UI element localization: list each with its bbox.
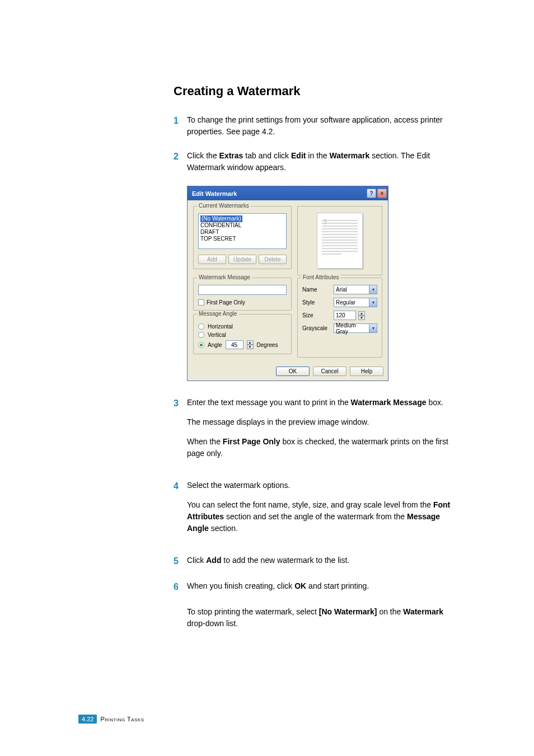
list-item[interactable]: CONFIDENTIAL bbox=[200, 222, 284, 229]
text: When you finish creating, click bbox=[187, 581, 294, 590]
update-button[interactable]: Update bbox=[228, 255, 256, 264]
ok-label: OK bbox=[294, 581, 306, 590]
dialog-screenshot: Edit Watermark ? × Current Watermarks (N… bbox=[187, 186, 456, 381]
font-style-dropdown[interactable]: Regular ▾ bbox=[334, 298, 377, 307]
page-heading: Creating a Watermark bbox=[174, 84, 456, 98]
closing-paragraph: To stop printing the watermark, select [… bbox=[187, 606, 456, 630]
text: in the bbox=[306, 151, 329, 160]
text: box. bbox=[427, 398, 443, 407]
size-spin-up-icon[interactable]: ▲ bbox=[358, 311, 365, 316]
group-label: Current Watermarks bbox=[197, 203, 251, 209]
spinner-value: 120 bbox=[336, 312, 345, 318]
text: tab and click bbox=[243, 151, 291, 160]
group-label: Watermark Message bbox=[197, 274, 252, 280]
step-1: 1 To change the print settings from your… bbox=[174, 114, 456, 138]
step-number: 1 bbox=[174, 114, 181, 138]
page-footer: 4.22 Printing Tasks bbox=[78, 715, 144, 724]
text: You can select the font name, style, siz… bbox=[187, 500, 433, 509]
text: Click bbox=[187, 556, 206, 565]
step-body: Click Add to add the new watermark to th… bbox=[187, 555, 456, 568]
step-body: Select the watermark options. You can se… bbox=[187, 480, 456, 542]
dropdown-value: Medium Gray bbox=[336, 322, 369, 335]
list-item[interactable]: (No Watermark) bbox=[200, 215, 242, 222]
size-spin-down-icon[interactable]: ▼ bbox=[358, 316, 365, 320]
step-2: 2 Click the Extras tab and click Edit in… bbox=[174, 150, 456, 173]
angle-spin-up-icon[interactable]: ▲ bbox=[247, 340, 254, 345]
first-page-only-checkbox[interactable] bbox=[198, 299, 204, 306]
list-item[interactable]: TOP SECRET bbox=[200, 236, 284, 242]
font-size-label: Size bbox=[302, 312, 331, 318]
step-body: Click the Extras tab and click Edit in t… bbox=[187, 150, 456, 173]
current-watermarks-group: Current Watermarks (No Watermark) CONFID… bbox=[193, 206, 292, 269]
radio-label: Angle bbox=[208, 342, 222, 348]
text: . bbox=[273, 127, 275, 136]
text: on the bbox=[377, 607, 404, 616]
grayscale-dropdown[interactable]: Medium Gray ▾ bbox=[334, 323, 377, 333]
section-title: Printing Tasks bbox=[100, 716, 144, 722]
grayscale-label: Grayscale bbox=[302, 325, 331, 331]
watermark-listbox[interactable]: (No Watermark) CONFIDENTIAL DRAFT TOP SE… bbox=[198, 213, 287, 249]
help-icon[interactable]: ? bbox=[367, 189, 376, 198]
watermark-label: Watermark bbox=[329, 151, 369, 160]
angle-spin-down-icon[interactable]: ▼ bbox=[247, 345, 254, 349]
paragraph: The message displays in the preview imag… bbox=[187, 416, 456, 428]
step-6: 6 When you finish creating, click OK and… bbox=[174, 580, 456, 594]
watermark-message-label: Watermark Message bbox=[351, 398, 427, 407]
edit-watermark-dialog: Edit Watermark ? × Current Watermarks (N… bbox=[187, 186, 388, 381]
add-button[interactable]: Add bbox=[198, 255, 226, 264]
text: section. bbox=[209, 524, 238, 533]
edit-label: Edit bbox=[291, 151, 306, 160]
step-number: 6 bbox=[174, 580, 181, 594]
text: section and set the angle of the waterma… bbox=[224, 512, 407, 521]
font-name-label: Name bbox=[302, 287, 331, 293]
vertical-radio[interactable] bbox=[198, 332, 204, 338]
paragraph: Select the watermark options. bbox=[187, 480, 456, 491]
preview-page-icon: S bbox=[317, 213, 363, 269]
horizontal-radio[interactable] bbox=[198, 323, 204, 330]
page-ref-link[interactable]: page 4.2 bbox=[242, 127, 273, 136]
step-body: Enter the text message you want to print… bbox=[187, 397, 456, 467]
step-body: When you finish creating, click OK and s… bbox=[187, 580, 456, 594]
dialog-footer-buttons: OK Cancel Help bbox=[188, 363, 388, 381]
angle-value-input[interactable]: 45 bbox=[226, 340, 243, 349]
help-button[interactable]: Help bbox=[350, 367, 383, 376]
text: To stop printing the watermark, select bbox=[187, 607, 319, 616]
font-size-spinner[interactable]: 120 bbox=[334, 311, 356, 320]
add-label: Add bbox=[206, 556, 221, 565]
group-label: Message Angle bbox=[197, 311, 238, 317]
step-number: 5 bbox=[174, 555, 181, 568]
text: drop-down list. bbox=[187, 619, 238, 628]
step-number: 4 bbox=[174, 480, 181, 542]
preview-pane: S bbox=[297, 206, 382, 275]
step-5: 5 Click Add to add the new watermark to … bbox=[174, 555, 456, 568]
close-icon[interactable]: × bbox=[377, 189, 387, 198]
delete-button[interactable]: Delete bbox=[259, 255, 287, 264]
step-number: 2 bbox=[174, 150, 181, 173]
group-label: Font Attributes bbox=[301, 274, 340, 280]
cancel-button[interactable]: Cancel bbox=[313, 367, 346, 376]
text: When the bbox=[187, 437, 223, 446]
chevron-down-icon: ▾ bbox=[369, 298, 377, 307]
list-item[interactable]: DRAFT bbox=[200, 229, 284, 236]
chevron-down-icon: ▾ bbox=[369, 324, 377, 332]
watermark-message-input[interactable] bbox=[198, 285, 287, 295]
dropdown-value: Arial bbox=[336, 287, 347, 293]
no-watermark-label: [No Watermark] bbox=[319, 607, 377, 616]
text: and start printing. bbox=[306, 581, 369, 590]
preview-watermark-text: S bbox=[323, 218, 327, 227]
extras-label: Extras bbox=[219, 151, 243, 160]
step-number: 3 bbox=[174, 397, 181, 467]
radio-label: Vertical bbox=[208, 332, 226, 338]
step-body: To change the print settings from your s… bbox=[187, 114, 456, 138]
text: to add the new watermark to the list. bbox=[221, 556, 349, 565]
text: Click the bbox=[187, 151, 219, 160]
ok-button[interactable]: OK bbox=[276, 367, 310, 376]
dialog-title: Edit Watermark bbox=[192, 190, 237, 197]
page-number-badge: 4.22 bbox=[78, 715, 97, 724]
first-page-only-label: First Page Only bbox=[223, 437, 280, 446]
text: To change the print settings from your s… bbox=[187, 115, 443, 136]
text: Enter the text message you want to print… bbox=[187, 398, 351, 407]
angle-radio[interactable] bbox=[198, 342, 204, 348]
degrees-label: Degrees bbox=[257, 342, 278, 348]
font-name-dropdown[interactable]: Arial ▾ bbox=[334, 285, 377, 294]
